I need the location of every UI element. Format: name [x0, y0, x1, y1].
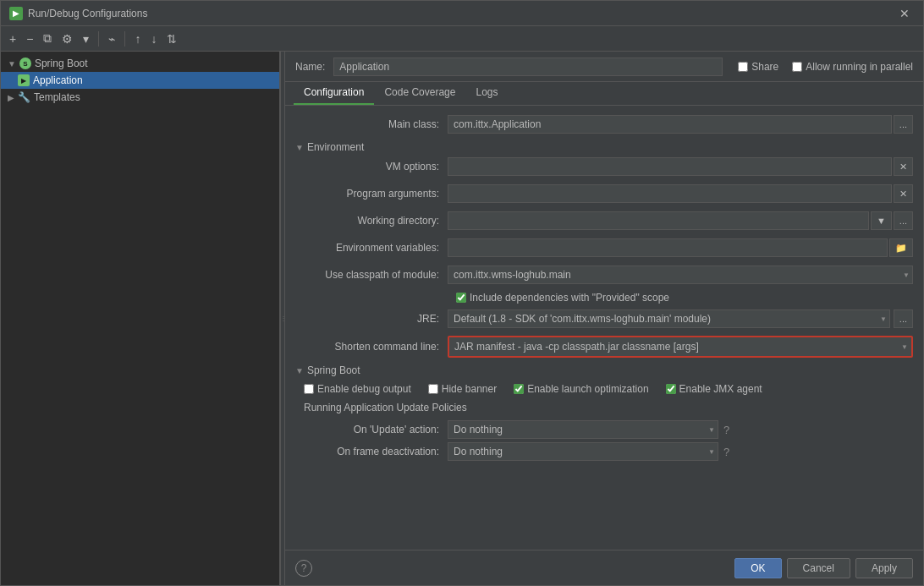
enable-launch-optimization-label[interactable]: Enable launch optimization: [514, 383, 648, 395]
template-icon: 🔧: [18, 91, 30, 103]
env-vars-input[interactable]: [448, 238, 888, 257]
on-frame-select-wrapper: Do nothing: [448, 442, 718, 461]
main-class-row: Main class: ...: [295, 114, 913, 134]
share-checkbox[interactable]: [738, 62, 748, 72]
spring-boot-section-header: ▼ Spring Boot: [295, 364, 913, 376]
spring-boot-checkboxes: Enable debug output Hide banner Enable l…: [295, 380, 913, 398]
on-update-select-wrapper: Do nothing: [448, 420, 718, 439]
chevron-right-icon: ▶: [8, 93, 14, 102]
tabs: Configuration Code Coverage Logs: [285, 82, 923, 106]
add-config-button[interactable]: +: [6, 30, 19, 47]
main-class-input-group: ...: [448, 115, 913, 134]
on-frame-help-icon[interactable]: ?: [723, 446, 729, 458]
name-input[interactable]: [333, 58, 723, 76]
allow-parallel-checkbox[interactable]: [792, 62, 802, 72]
hide-banner-label[interactable]: Hide banner: [428, 383, 497, 395]
program-args-row: Program arguments: ✕: [295, 183, 913, 204]
right-panel: Name: Share Allow running in parallel: [285, 52, 923, 585]
jre-row: JRE: Default (1.8 - SDK of 'com.ittx.wms…: [295, 309, 913, 329]
dropdown-arrow-button[interactable]: ▾: [80, 30, 92, 47]
main-content: ▼ S Spring Boot ▶ Application ▶ 🔧 Templa…: [1, 52, 923, 585]
cancel-button[interactable]: Cancel: [787, 558, 850, 578]
share-label: Share: [751, 61, 778, 73]
main-class-input[interactable]: [448, 115, 892, 134]
spring-boot-icon: S: [19, 58, 31, 69]
vm-options-clear-button[interactable]: ✕: [894, 157, 913, 176]
window-icon: ▶: [9, 7, 23, 20]
tab-logs[interactable]: Logs: [465, 82, 508, 105]
enable-jmx-agent-label[interactable]: Enable JMX agent: [666, 383, 762, 395]
enable-launch-optimization-text: Enable launch optimization: [527, 383, 648, 395]
help-button[interactable]: ?: [295, 560, 312, 577]
on-update-label: On 'Update' action:: [304, 424, 448, 435]
settings-button[interactable]: ⚙: [58, 30, 76, 47]
main-class-browse-button[interactable]: ...: [894, 115, 913, 134]
classpath-module-select[interactable]: com.ittx.wms-loghub.main: [448, 266, 913, 284]
env-vars-row: Environment variables: 📁: [295, 238, 913, 258]
bottom-left: ?: [295, 560, 312, 577]
working-dir-row: Working directory: ▼ ...: [295, 211, 913, 231]
name-row: Name: Share Allow running in parallel: [285, 52, 923, 82]
working-dir-dropdown-button[interactable]: ▼: [871, 211, 892, 230]
on-update-help-icon[interactable]: ?: [723, 424, 729, 436]
apply-button[interactable]: Apply: [855, 558, 913, 578]
include-deps-checkbox[interactable]: [456, 293, 466, 303]
hide-banner-checkbox[interactable]: [428, 384, 438, 394]
title-bar: ▶ Run/Debug Configurations ✕: [1, 1, 923, 26]
chevron-down-icon: ▼: [8, 59, 16, 68]
tab-code-coverage[interactable]: Code Coverage: [374, 82, 465, 105]
working-dir-input[interactable]: [448, 211, 869, 230]
enable-debug-output-checkbox[interactable]: [304, 384, 314, 394]
vm-options-input[interactable]: [448, 157, 892, 176]
working-dir-browse-button[interactable]: ...: [894, 211, 913, 230]
tree-item-application[interactable]: ▶ Application: [1, 72, 279, 89]
include-deps-checkbox-label[interactable]: Include dependencies with "Provided" sco…: [456, 292, 669, 304]
copy-config-button[interactable]: ⧉: [40, 30, 55, 47]
toolbar-divider-2: [124, 31, 125, 47]
templates-label: Templates: [34, 91, 80, 103]
move-down-button[interactable]: ↓: [147, 30, 160, 47]
include-deps-row: Include dependencies with "Provided" sco…: [295, 292, 913, 304]
application-label: Application: [33, 74, 83, 86]
spring-boot-chevron-icon: ▼: [295, 366, 304, 375]
on-update-select[interactable]: Do nothing: [448, 420, 718, 439]
run-debug-dialog: ▶ Run/Debug Configurations ✕ + − ⧉ ⚙ ▾ ⌁…: [0, 0, 924, 586]
environment-chevron-icon: ▼: [295, 143, 304, 152]
enable-jmx-agent-checkbox[interactable]: [666, 384, 676, 394]
tree-item-templates[interactable]: ▶ 🔧 Templates: [1, 89, 279, 106]
program-args-input[interactable]: [448, 184, 892, 203]
ok-button[interactable]: OK: [734, 558, 781, 578]
sort-button[interactable]: ⇅: [163, 30, 180, 47]
share-button[interactable]: ⌁: [105, 30, 118, 47]
name-label: Name:: [295, 61, 325, 73]
share-checkbox-label[interactable]: Share: [738, 61, 778, 73]
jre-browse-button[interactable]: ...: [894, 309, 913, 328]
tab-configuration[interactable]: Configuration: [294, 82, 374, 105]
env-vars-label: Environment variables:: [295, 242, 448, 254]
bottom-bar: ? OK Cancel Apply: [285, 550, 923, 585]
environment-label: Environment: [307, 141, 364, 153]
on-frame-select[interactable]: Do nothing: [448, 442, 718, 461]
working-dir-group: ▼ ...: [448, 211, 913, 230]
close-button[interactable]: ✕: [894, 5, 915, 22]
allow-parallel-checkbox-label[interactable]: Allow running in parallel: [792, 61, 913, 73]
tree-container: ▼ S Spring Boot ▶ Application ▶ 🔧 Templa…: [1, 52, 279, 585]
move-up-button[interactable]: ↑: [131, 30, 144, 47]
enable-debug-output-text: Enable debug output: [317, 383, 411, 395]
enable-launch-optimization-checkbox[interactable]: [514, 384, 524, 394]
remove-config-button[interactable]: −: [23, 30, 36, 47]
tree-item-spring-boot[interactable]: ▼ S Spring Boot: [1, 55, 279, 72]
application-icon: ▶: [18, 74, 30, 86]
env-vars-browse-button[interactable]: 📁: [889, 238, 913, 257]
enable-jmx-agent-text: Enable JMX agent: [679, 383, 762, 395]
allow-parallel-label: Allow running in parallel: [806, 61, 913, 73]
program-args-clear-button[interactable]: ✕: [894, 184, 913, 203]
title-bar-left: ▶ Run/Debug Configurations: [9, 7, 147, 20]
program-args-group: ✕: [448, 184, 913, 203]
shorten-command-line-select[interactable]: JAR manifest - java -cp classpath.jar cl…: [449, 337, 911, 356]
share-options: Share Allow running in parallel: [738, 61, 913, 73]
shorten-command-line-select-wrapper: JAR manifest - java -cp classpath.jar cl…: [448, 336, 913, 358]
enable-debug-output-label[interactable]: Enable debug output: [304, 383, 411, 395]
env-vars-group: 📁: [448, 238, 913, 257]
jre-select[interactable]: Default (1.8 - SDK of 'com.ittx.wms-logh…: [448, 309, 890, 328]
